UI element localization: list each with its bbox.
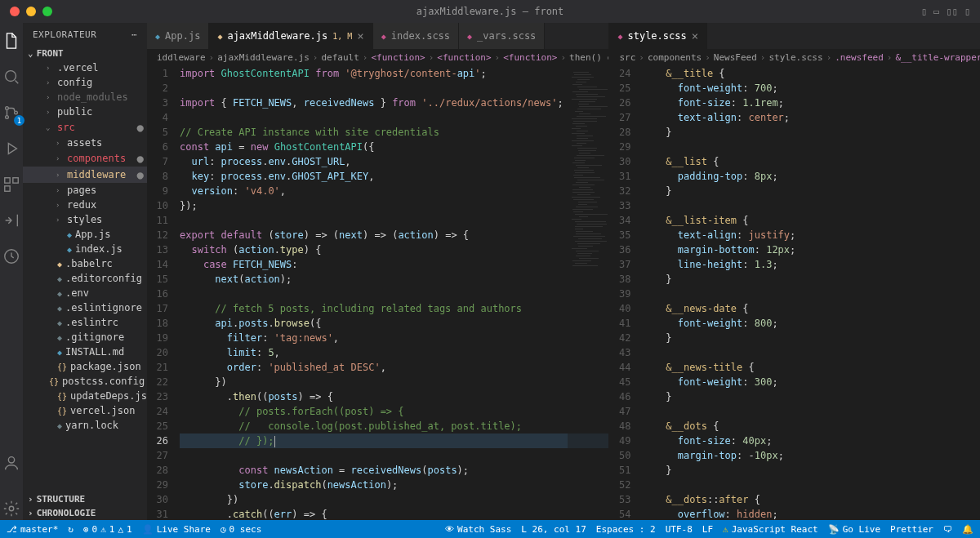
cursor-position[interactable]: L 26, col 17: [521, 524, 586, 535]
search-icon[interactable]: [0, 65, 23, 88]
sidebar-section-structure[interactable]: › STRUCTURE: [23, 492, 147, 506]
feedback-icon[interactable]: 🗨: [943, 524, 952, 535]
file-item[interactable]: ◆INSTALL.md: [23, 345, 147, 359]
breadcrumb-right[interactable]: src›components›NewsFeed›style.scss›.news…: [609, 49, 980, 66]
breadcrumb-segment[interactable]: <function>: [437, 52, 491, 63]
folder-item[interactable]: ›styles: [23, 212, 147, 227]
tab[interactable]: ◆_vars.scss: [459, 23, 545, 49]
file-item[interactable]: ◆.gitignore: [23, 330, 147, 345]
eol-item[interactable]: LF: [702, 524, 713, 535]
file-item[interactable]: {}vercel.json: [23, 403, 147, 418]
tab[interactable]: ◆index.scss: [373, 23, 459, 49]
breadcrumb-segment[interactable]: then() callback: [569, 52, 608, 63]
sidebar-section-front[interactable]: ⌄ FRONT: [23, 47, 147, 60]
breadcrumb-segment[interactable]: NewsFeed: [714, 52, 757, 63]
breadcrumb-segment[interactable]: <function>: [371, 52, 425, 63]
folder-item[interactable]: ›redux: [23, 198, 147, 212]
tab[interactable]: ◆ajaxMiddleware.js 1, M×: [209, 23, 372, 49]
bell-icon[interactable]: 🔔: [962, 524, 973, 535]
file-item[interactable]: ◆App.js: [23, 227, 147, 242]
liveshare-icon: 👤: [142, 524, 154, 535]
close-tab-icon[interactable]: ×: [357, 29, 363, 42]
layout-controls: ▯ ▭ ▯▯ ▯: [921, 6, 980, 17]
file-item[interactable]: {}postcss.config.js: [23, 374, 147, 389]
breadcrumb-segment[interactable]: ajaxMiddleware.js: [217, 52, 310, 63]
branch-item[interactable]: ⎇master*: [7, 524, 58, 535]
svg-point-0: [6, 71, 16, 82]
code-right[interactable]: 2425262728293031323334353637383940414243…: [609, 66, 980, 520]
file-tree[interactable]: ›.vercel›config›node_modules›public⌄src●…: [23, 60, 147, 492]
file-item[interactable]: ◆.eslintignore: [23, 300, 147, 315]
sync-item[interactable]: ↻: [68, 524, 74, 535]
timer-item[interactable]: ◷0 secs: [220, 524, 261, 535]
code-left[interactable]: 1234567891011121314151617181920212223242…: [147, 66, 608, 520]
live-preview-icon[interactable]: [0, 245, 23, 268]
breadcrumb-segment[interactable]: &__title-wrapper: [895, 52, 980, 63]
breadcrumb-left[interactable]: iddleware›ajaxMiddleware.js›default›<fun…: [147, 49, 608, 66]
section-label: STRUCTURE: [37, 494, 86, 505]
file-item[interactable]: ◆.editorconfig: [23, 271, 147, 286]
toggle-sidebar-icon[interactable]: ▯: [921, 6, 927, 17]
file-item[interactable]: ◆.env: [23, 286, 147, 300]
sidebar-more-icon[interactable]: ⋯: [131, 29, 137, 40]
file-item[interactable]: {}updateDeps.js: [23, 389, 147, 403]
run-debug-icon[interactable]: [0, 137, 23, 160]
explorer-icon[interactable]: [0, 29, 23, 52]
source-control-icon[interactable]: 1: [0, 101, 23, 124]
folder-item[interactable]: ›pages: [23, 183, 147, 198]
lang-item[interactable]: ⚠JavaScript React: [723, 524, 818, 535]
folder-item[interactable]: ›public: [23, 104, 147, 119]
toggle-right-sidebar-icon[interactable]: ▯: [964, 6, 970, 17]
problems-item[interactable]: ⊗0 ⚠1 △1: [83, 524, 132, 535]
gutter-left: 1234567891011121314151617181920212223242…: [147, 66, 180, 520]
split-editor-icon[interactable]: ▯▯: [946, 6, 957, 17]
golive-item[interactable]: 📡Go Live: [828, 524, 880, 535]
breadcrumb-segment[interactable]: .newsfeed: [835, 52, 884, 63]
toggle-panel-icon[interactable]: ▭: [933, 6, 939, 17]
folder-item[interactable]: ›node_modules: [23, 90, 147, 104]
breadcrumb-segment[interactable]: src: [619, 52, 635, 63]
remote-icon[interactable]: [0, 209, 23, 232]
prettier-item[interactable]: Prettier: [890, 524, 933, 535]
minimize-window-icon[interactable]: [26, 7, 36, 16]
file-item[interactable]: ◆.eslintrc: [23, 315, 147, 330]
tabs-right[interactable]: ◆style.scss×: [609, 23, 980, 49]
extensions-icon[interactable]: [0, 173, 23, 196]
tab[interactable]: ◆style.scss×: [609, 23, 707, 49]
liveshare-item[interactable]: 👤Live Share: [142, 524, 211, 535]
file-item[interactable]: ◆yarn.lock: [23, 418, 147, 433]
folder-item[interactable]: ›middleware●: [23, 167, 147, 183]
file-item[interactable]: {}package.json: [23, 359, 147, 374]
lines-right[interactable]: &__title { font-weight: 700; font-size: …: [642, 66, 980, 520]
folder-item[interactable]: ›assets: [23, 136, 147, 150]
minimap-left[interactable]: [568, 72, 608, 520]
svg-rect-6: [5, 186, 10, 191]
file-item[interactable]: ◆index.js: [23, 242, 147, 256]
zoom-window-icon[interactable]: [42, 7, 52, 16]
breadcrumb-segment[interactable]: style.scss: [768, 52, 822, 63]
sidebar-section-chronologie[interactable]: › CHRONOLOGIE: [23, 506, 147, 520]
folder-item[interactable]: ⌄src●: [23, 119, 147, 136]
info-icon: △: [118, 524, 123, 535]
accounts-icon[interactable]: [0, 451, 23, 474]
tab[interactable]: ◆App.js: [147, 23, 209, 49]
lines-left[interactable]: import GhostContentAPI from '@tryghost/c…: [180, 66, 608, 520]
folder-item[interactable]: ›config: [23, 75, 147, 90]
breadcrumb-segment[interactable]: default: [321, 52, 359, 63]
error-icon: ⊗: [83, 524, 89, 535]
close-window-icon[interactable]: [10, 7, 20, 16]
tabs-left[interactable]: ◆App.js◆ajaxMiddleware.js 1, M×◆index.sc…: [147, 23, 608, 49]
file-item[interactable]: ◆.babelrc: [23, 256, 147, 271]
folder-item[interactable]: ›.vercel: [23, 60, 147, 75]
close-tab-icon[interactable]: ×: [692, 29, 698, 42]
svg-point-3: [15, 111, 18, 114]
breadcrumb-segment[interactable]: iddleware: [157, 52, 206, 63]
breadcrumb-segment[interactable]: components: [648, 52, 702, 63]
folder-item[interactable]: ›components●: [23, 150, 147, 167]
breadcrumb-segment[interactable]: <function>: [503, 52, 557, 63]
settings-gear-icon[interactable]: [0, 497, 23, 520]
encoding-item[interactable]: UTF-8: [666, 524, 693, 535]
watchsass-item[interactable]: 👁Watch Sass: [445, 524, 511, 535]
indent-item[interactable]: Espaces : 2: [596, 524, 656, 535]
traffic-lights[interactable]: [0, 7, 52, 16]
